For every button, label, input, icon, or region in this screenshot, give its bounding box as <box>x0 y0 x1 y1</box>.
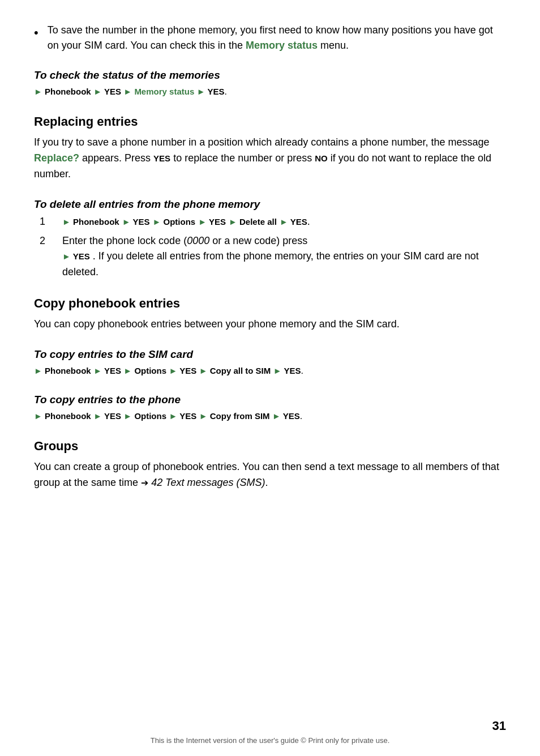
copy-phonebook-section: Copy phonebook entries You can copy phon… <box>34 296 506 332</box>
bullet-intro-text: To save the number in the phone memory, … <box>48 23 506 53</box>
delete-all-heading: To delete all entries from the phone mem… <box>34 198 506 211</box>
delete-item-1: 1 ► Phonebook ► YES ► Options ► YES ► De… <box>40 214 506 230</box>
copy-to-sim-section: To copy entries to the SIM card ► Phoneb… <box>34 348 506 378</box>
check-status-nav: ► Phonebook ► YES ► Memory status ► YES. <box>34 85 506 99</box>
arrow4: ► <box>197 87 208 96</box>
bullet-dot: • <box>34 23 38 42</box>
groups-body: You can create a group of phonebook entr… <box>34 459 506 491</box>
page-footer: This is the Internet version of the user… <box>0 736 540 745</box>
copy-to-phone-nav: ► Phonebook ► YES ► Options ► YES ► Copy… <box>34 409 506 423</box>
check-status-section: To check the status of the memories ► Ph… <box>34 69 506 99</box>
check-status-heading: To check the status of the memories <box>34 69 506 82</box>
replacing-section: Replacing entries If you try to save a p… <box>34 114 506 182</box>
replacing-body: If you try to save a phone number in a p… <box>34 135 506 182</box>
delete-item-2: 2 Enter the phone lock code (0000 or a n… <box>40 233 506 281</box>
sms-arrow-icon: ➔ <box>141 478 148 488</box>
arrow1: ► <box>34 87 45 96</box>
copy-to-phone-section: To copy entries to the phone ► Phonebook… <box>34 394 506 423</box>
replacing-heading: Replacing entries <box>34 114 506 129</box>
groups-heading: Groups <box>34 439 506 454</box>
intro-bullet: • To save the number in the phone memory… <box>34 23 506 53</box>
copy-to-sim-nav: ► Phonebook ► YES ► Options ► YES ► Copy… <box>34 364 506 378</box>
memory-status-highlight: Memory status <box>246 40 318 51</box>
arrow3: ► <box>123 87 134 96</box>
page-number: 31 <box>492 719 506 733</box>
arrow2: ► <box>93 87 104 96</box>
copy-phonebook-body: You can copy phonebook entries between y… <box>34 317 506 332</box>
copy-to-phone-heading: To copy entries to the phone <box>34 394 506 406</box>
delete-all-section: To delete all entries from the phone mem… <box>34 198 506 281</box>
copy-phonebook-heading: Copy phonebook entries <box>34 296 506 311</box>
delete-all-list: 1 ► Phonebook ► YES ► Options ► YES ► De… <box>40 214 506 281</box>
copy-to-sim-heading: To copy entries to the SIM card <box>34 348 506 361</box>
groups-section: Groups You can create a group of phonebo… <box>34 439 506 491</box>
page-content: • To save the number in the phone memory… <box>0 0 540 542</box>
